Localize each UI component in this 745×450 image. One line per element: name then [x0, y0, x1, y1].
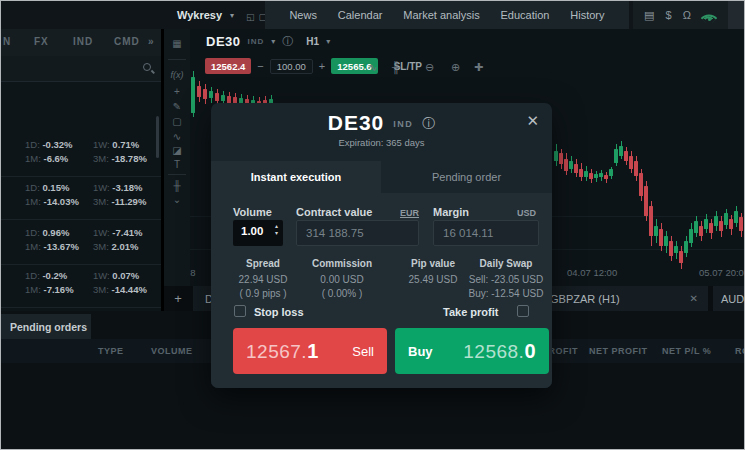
stat-value: -13.67%: [43, 241, 78, 252]
sell-price: 12567.1: [246, 340, 319, 363]
search-input[interactable]: [7, 59, 135, 79]
draw-pencil-icon[interactable]: ✎: [164, 102, 190, 112]
collapse-icon[interactable]: ⌄: [164, 195, 190, 205]
watch-row[interactable]: 1D: 0.96%1W: -7.41%1M: -13.67%3M: 2.01%: [1, 222, 161, 265]
buy-button[interactable]: Buy 12568.0: [395, 328, 549, 374]
column-header-type[interactable]: TYPE: [98, 346, 124, 356]
candle-body: [559, 153, 563, 164]
timeframe-selector[interactable]: H1: [306, 36, 319, 47]
header-tab-news[interactable]: News: [289, 9, 317, 21]
candle-body: [579, 169, 583, 177]
crosshair-icon[interactable]: +: [164, 87, 190, 97]
charts-menu-label[interactable]: Wykresy: [177, 9, 222, 21]
chevron-down-icon[interactable]: ▾: [326, 37, 330, 46]
time-axis-label: 28: [190, 267, 196, 278]
info-icon[interactable]: ⓘ: [282, 34, 293, 49]
candle-body: [574, 164, 578, 173]
eraser-icon[interactable]: ◪: [164, 146, 190, 156]
column-header-ro[interactable]: RO: [735, 346, 745, 356]
sell-button[interactable]: 12567.1 Sell: [233, 328, 387, 374]
contract-currency[interactable]: EUR: [400, 208, 419, 218]
tab-instant-execution[interactable]: Instant execution: [211, 161, 381, 193]
indicator-adjust-icon[interactable]: ╫: [392, 61, 400, 73]
volume-stepper: ▴▾: [275, 223, 278, 236]
watch-row[interactable]: 1D: 0.15%1W: -3.18%1M: -14.03%3M: -11.29…: [1, 177, 161, 220]
candle-body: [694, 221, 698, 233]
stat-d1: 1D: -0.2%: [25, 270, 67, 281]
open-in-new-icon[interactable]: ◱: [246, 12, 255, 22]
zoom-out-icon[interactable]: ⊖: [425, 61, 434, 74]
margin-field: 16 014.11: [433, 220, 539, 246]
line-style-icon[interactable]: ∿: [368, 61, 377, 74]
pending-orders-tab[interactable]: Pending orders: [1, 314, 91, 339]
header-tab-education[interactable]: Education: [501, 9, 550, 21]
watch-row-line: 1D: 0.96%1W: -7.41%: [1, 227, 161, 241]
close-icon[interactable]: ✕: [526, 112, 539, 130]
sidebar-scrollbar[interactable]: [156, 116, 159, 158]
volume-field: ▴▾: [233, 220, 283, 246]
header-tab-market-analysis[interactable]: Market analysis: [403, 9, 479, 21]
notifications-bell-icon[interactable]: Ω: [683, 10, 691, 21]
workspace-icon[interactable]: ▤: [644, 10, 654, 21]
candle-body: [203, 89, 207, 99]
candle-body: [729, 219, 733, 229]
sidebar-tab-n[interactable]: N: [3, 36, 11, 47]
take-profit-checkbox[interactable]: [517, 305, 529, 317]
shapes-icon[interactable]: ▢: [164, 117, 190, 127]
volume-input[interactable]: [239, 224, 267, 238]
zoom-in-icon[interactable]: ⊕: [451, 61, 460, 74]
watch-row[interactable]: 1D: -0.32%1W: 0.71%1M: -6.6%3M: -18.78%: [1, 134, 161, 177]
text-tool-icon[interactable]: T: [164, 160, 190, 170]
candle-body: [734, 211, 738, 223]
header-tab-history[interactable]: History: [570, 9, 604, 21]
stat-value: 0.96%: [42, 227, 69, 238]
indicators-grid-icon[interactable]: ▦: [164, 39, 190, 49]
chart-tab-aud[interactable]: AUD: [713, 286, 745, 311]
connection-wifi-icon[interactable]: [702, 10, 717, 21]
increase-icon[interactable]: +: [319, 60, 325, 72]
stat-value: 0.07%: [112, 270, 139, 281]
chart-symbol-row: DE30 IND ▾ ⓘ H1 ▾: [206, 34, 330, 49]
header-tabs: NewsCalendarMarket analysisEducationHist…: [265, 1, 629, 29]
stat-value: -14.03%: [43, 196, 78, 207]
waves-icon[interactable]: ∿: [164, 132, 190, 142]
column-header-net-profit[interactable]: NET PROFIT: [589, 346, 648, 356]
column-header-net-p-l-[interactable]: NET P/L %: [662, 346, 711, 356]
stat-value: -6.6%: [43, 153, 68, 164]
header-tab-calendar[interactable]: Calendar: [338, 9, 383, 21]
chart-settings-icon[interactable]: ╫: [164, 181, 190, 191]
sidebar-tab-»[interactable]: »: [148, 36, 155, 47]
stop-loss-checkbox[interactable]: [234, 305, 246, 317]
sidebar-tab-fx[interactable]: FX: [34, 36, 49, 47]
candle-body: [634, 161, 638, 176]
tab-pending-order[interactable]: Pending order: [381, 161, 552, 193]
stat-d1: 1D: -0.32%: [25, 139, 73, 150]
info-icon[interactable]: ⓘ: [422, 115, 435, 133]
chevron-down-icon[interactable]: ▾: [271, 37, 275, 46]
new-chart-tab-button[interactable]: +: [166, 286, 190, 311]
sidebar-tab-ind[interactable]: IND: [73, 36, 93, 47]
close-tab-icon[interactable]: ✕: [690, 293, 698, 304]
decrease-icon[interactable]: −: [257, 60, 263, 72]
header-bar: Wykresy ▾ ◱▢✕ NewsCalendarMarket analysi…: [1, 1, 745, 29]
search-icon[interactable]: [143, 63, 151, 71]
quick-sell-button[interactable]: 12562.4: [205, 58, 251, 74]
candle-body: [704, 219, 708, 229]
candle-body: [221, 95, 225, 101]
watch-row[interactable]: 1D: -0.2%1W: 0.07%1M: -7.16%3M: -14.44%: [1, 265, 161, 308]
stat-w1: 1W: 0.71%: [93, 139, 139, 150]
stat-value: 2.01%: [111, 241, 138, 252]
function-icon[interactable]: f(x): [164, 71, 190, 80]
column-header-volume[interactable]: VOLUME: [151, 346, 193, 356]
distance-field[interactable]: 100.00: [270, 59, 313, 74]
stat-value: 0.71%: [112, 139, 139, 150]
sidebar-tab-cmd[interactable]: CMD: [114, 36, 140, 47]
charts-menu[interactable]: Wykresy ▾ ◱▢✕: [164, 1, 279, 29]
stat-m3: 3M: -11.29%: [93, 196, 146, 207]
watch-row-line: 1M: -6.6%3M: -18.78%: [1, 153, 161, 167]
step-down-icon[interactable]: ▾: [275, 230, 278, 236]
candle-body: [554, 151, 558, 161]
move-chart-icon[interactable]: ✚: [474, 61, 483, 74]
step-up-icon[interactable]: ▴: [275, 223, 278, 229]
payments-icon[interactable]: $: [666, 10, 672, 21]
